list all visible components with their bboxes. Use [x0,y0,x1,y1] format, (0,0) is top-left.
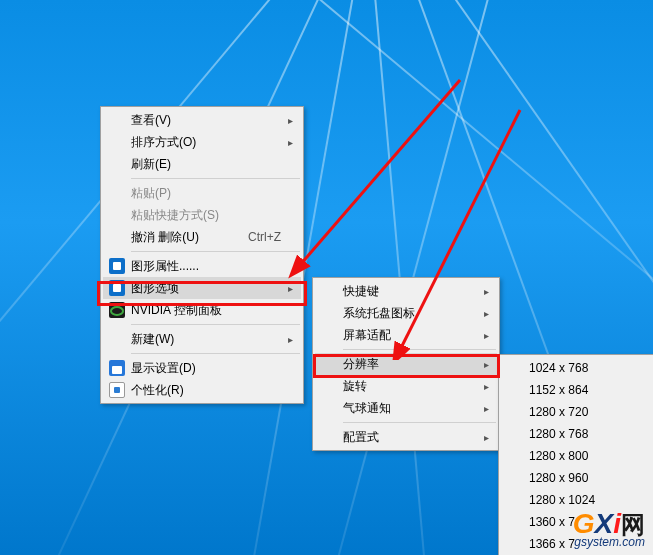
submenu-config[interactable]: 配置式 ▸ [315,426,497,448]
menu-refresh-label: 刷新(E) [131,156,171,173]
personalize-icon [109,382,125,398]
resolution-label: 1024 x 768 [529,361,588,375]
menu-nvidia-label: NVIDIA 控制面板 [131,302,222,319]
separator [131,324,300,325]
menu-personalize[interactable]: 个性化(R) [103,379,301,401]
separator [343,422,496,423]
resolution-option[interactable]: 1280 x 720 [501,401,653,423]
menu-gfx-properties[interactable]: 图形属性...... [103,255,301,277]
menu-new-label: 新建(W) [131,331,174,348]
separator [131,353,300,354]
submenu-resolution[interactable]: 分辨率 ▸ [315,353,497,375]
desktop-context-menu: 查看(V) ▸ 排序方式(O) ▸ 刷新(E) 粘贴(P) 粘贴快捷方式(S) … [100,106,304,404]
menu-gfx-options[interactable]: 图形选项 ▸ [103,277,301,299]
submenu-hotkey[interactable]: 快捷键 ▸ [315,280,497,302]
display-icon [109,360,125,376]
resolution-label: 1280 x 720 [529,405,588,419]
chevron-right-icon: ▸ [484,432,489,443]
chevron-right-icon: ▸ [484,308,489,319]
intel-icon [109,280,125,296]
menu-undo-delete-key: Ctrl+Z [228,230,281,244]
resolution-label: 1360 x 7 [529,515,575,529]
submenu-hotkey-label: 快捷键 [343,283,379,300]
submenu-balloon-label: 气球通知 [343,400,391,417]
chevron-right-icon: ▸ [484,381,489,392]
menu-display-settings[interactable]: 显示设置(D) [103,357,301,379]
resolution-option[interactable]: 1024 x 768 [501,357,653,379]
menu-undo-delete-label: 撤消 删除(U) [131,229,199,246]
separator [343,349,496,350]
chevron-right-icon: ▸ [484,330,489,341]
menu-new[interactable]: 新建(W) ▸ [103,328,301,350]
menu-paste: 粘贴(P) [103,182,301,204]
watermark-net: 网 [621,511,645,538]
resolution-option[interactable]: 1152 x 864 [501,379,653,401]
resolution-label: 1280 x 960 [529,471,588,485]
resolution-option[interactable]: 1280 x 800 [501,445,653,467]
graphics-options-submenu: 快捷键 ▸ 系统托盘图标 ▸ 屏幕适配 ▸ 分辨率 ▸ 旋转 ▸ 气球通知 ▸ … [312,277,500,451]
submenu-tray-label: 系统托盘图标 [343,305,415,322]
watermark: GXi网 gsystem.com [573,508,645,549]
nvidia-icon [109,302,125,318]
resolution-label: 1280 x 800 [529,449,588,463]
submenu-rotate[interactable]: 旋转 ▸ [315,375,497,397]
resolution-label: 1280 x 1024 [529,493,595,507]
chevron-right-icon: ▸ [484,286,489,297]
watermark-sub: gsystem.com [573,535,645,549]
intel-icon [109,258,125,274]
menu-personalize-label: 个性化(R) [131,382,184,399]
resolution-option[interactable]: 1280 x 960 [501,467,653,489]
menu-nvidia[interactable]: NVIDIA 控制面板 [103,299,301,321]
resolution-label: 1152 x 864 [529,383,588,397]
chevron-right-icon: ▸ [288,115,293,126]
resolution-option[interactable]: 1280 x 768 [501,423,653,445]
chevron-right-icon: ▸ [288,334,293,345]
chevron-right-icon: ▸ [484,403,489,414]
menu-sort-label: 排序方式(O) [131,134,196,151]
submenu-fit[interactable]: 屏幕适配 ▸ [315,324,497,346]
menu-paste-shortcut-label: 粘贴快捷方式(S) [131,207,219,224]
submenu-config-label: 配置式 [343,429,379,446]
submenu-balloon[interactable]: 气球通知 ▸ [315,397,497,419]
submenu-rotate-label: 旋转 [343,378,367,395]
menu-gfx-options-label: 图形选项 [131,280,179,297]
separator [131,178,300,179]
chevron-right-icon: ▸ [288,137,293,148]
menu-paste-label: 粘贴(P) [131,185,171,202]
menu-gfx-properties-label: 图形属性...... [131,258,199,275]
chevron-right-icon: ▸ [288,283,293,294]
chevron-right-icon: ▸ [484,359,489,370]
resolution-label: 1366 x 7 [529,537,575,551]
menu-sort[interactable]: 排序方式(O) ▸ [103,131,301,153]
separator [131,251,300,252]
submenu-resolution-label: 分辨率 [343,356,379,373]
submenu-tray[interactable]: 系统托盘图标 ▸ [315,302,497,324]
menu-view-label: 查看(V) [131,112,171,129]
submenu-fit-label: 屏幕适配 [343,327,391,344]
menu-paste-shortcut: 粘贴快捷方式(S) [103,204,301,226]
menu-refresh[interactable]: 刷新(E) [103,153,301,175]
menu-display-settings-label: 显示设置(D) [131,360,196,377]
menu-undo-delete[interactable]: 撤消 删除(U) Ctrl+Z [103,226,301,248]
menu-view[interactable]: 查看(V) ▸ [103,109,301,131]
resolution-label: 1280 x 768 [529,427,588,441]
